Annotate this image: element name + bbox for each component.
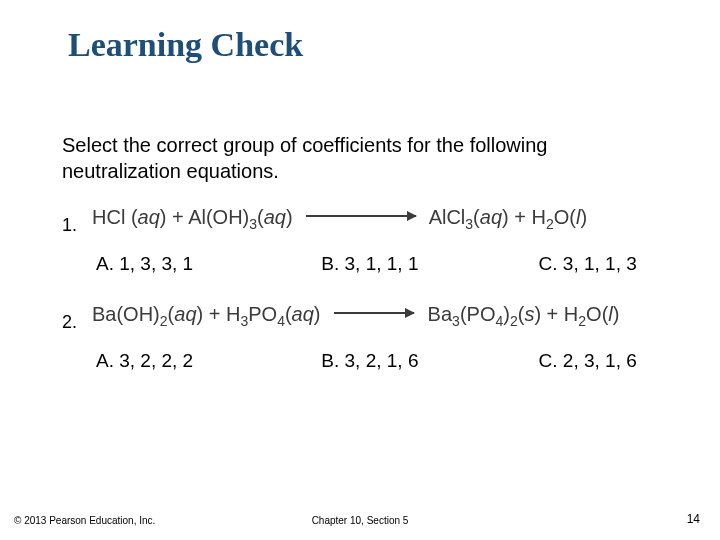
question-2-number: 2.: [62, 312, 77, 333]
reaction-arrow-icon: [306, 215, 416, 217]
question-2-equation: Ba(OH)2(aq) + H3PO4(aq) Ba3(PO4)2(s) + H…: [92, 303, 619, 329]
reaction-arrow-icon: [334, 312, 414, 314]
q1-option-c: C. 3, 1, 1, 3: [539, 253, 637, 275]
q2-option-b: B. 3, 2, 1, 6: [321, 350, 533, 372]
footer-page-number: 14: [687, 512, 700, 526]
question-1-options: A. 1, 3, 3, 1 B. 3, 1, 1, 1 C. 3, 1, 1, …: [96, 253, 696, 275]
slide: Learning Check Select the correct group …: [0, 0, 720, 540]
question-2-options: A. 3, 2, 2, 2 B. 3, 2, 1, 6 C. 2, 3, 1, …: [96, 350, 696, 372]
footer-chapter: Chapter 10, Section 5: [0, 515, 720, 526]
q2-option-c: C. 2, 3, 1, 6: [539, 350, 637, 372]
q1-option-a: A. 1, 3, 3, 1: [96, 253, 316, 275]
question-1-number: 1.: [62, 215, 77, 236]
q1-option-b: B. 3, 1, 1, 1: [321, 253, 533, 275]
slide-title: Learning Check: [68, 26, 303, 64]
q2-option-a: A. 3, 2, 2, 2: [96, 350, 316, 372]
prompt-text: Select the correct group of coefficients…: [62, 132, 662, 185]
question-1-equation: HCl (aq) + Al(OH)3(aq) AlCl3(aq) + H2O(l…: [92, 206, 587, 232]
